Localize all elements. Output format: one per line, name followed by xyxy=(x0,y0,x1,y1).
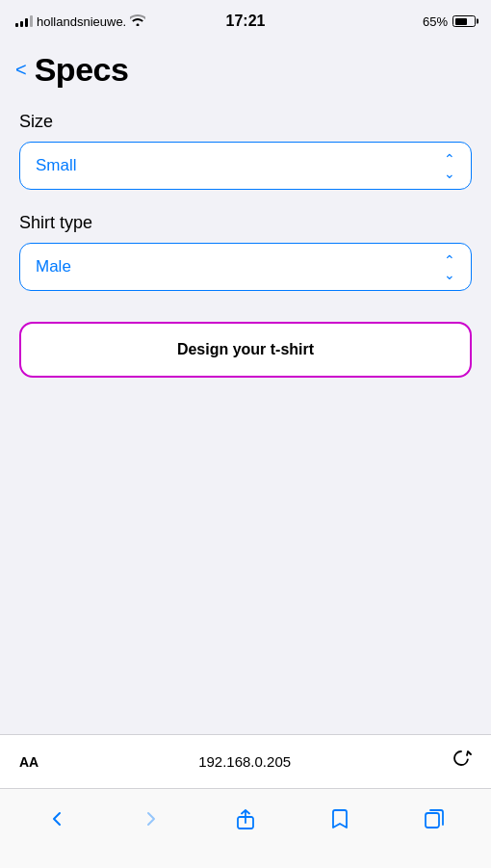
shirt-type-section: Shirt type Male ⌃ ⌄ xyxy=(19,213,472,291)
url-aa-button[interactable]: AA xyxy=(19,754,39,770)
battery-icon xyxy=(452,15,476,27)
battery-percentage: 65% xyxy=(423,14,448,29)
chevron-updown-icon: ⌃ ⌄ xyxy=(444,152,455,180)
shirt-type-select[interactable]: Male ⌃ ⌄ xyxy=(19,243,472,291)
design-tshirt-button[interactable]: Design your t-shirt xyxy=(19,322,472,378)
nav-header: < Specs xyxy=(0,42,491,96)
reload-icon[interactable] xyxy=(451,749,472,775)
status-time: 17:21 xyxy=(226,13,266,30)
back-nav-button[interactable] xyxy=(36,798,78,840)
size-section: Size Small ⌃ ⌄ xyxy=(19,112,472,190)
design-button-label: Design your t-shirt xyxy=(177,341,314,358)
bottom-nav xyxy=(0,788,491,868)
status-bar: hollandsnieuwe. 17:21 65% xyxy=(0,0,491,42)
back-button[interactable]: < xyxy=(15,59,27,81)
signal-icon xyxy=(15,15,33,27)
status-right: 65% xyxy=(423,14,476,29)
url-bar: AA 192.168.0.205 xyxy=(0,734,491,788)
carrier-label: hollandsnieuwe. xyxy=(37,14,126,29)
url-text[interactable]: 192.168.0.205 xyxy=(39,753,451,770)
main-content: Size Small ⌃ ⌄ Shirt type Male ⌃ ⌄ Desig… xyxy=(0,96,491,734)
svg-rect-1 xyxy=(426,813,439,828)
size-value: Small xyxy=(36,156,444,175)
chevron-updown-icon-2: ⌃ ⌄ xyxy=(444,253,455,281)
shirt-type-label: Shirt type xyxy=(19,213,472,233)
share-button[interactable] xyxy=(224,798,267,840)
size-label: Size xyxy=(19,112,472,132)
bookmarks-button[interactable] xyxy=(319,798,361,840)
page-title: Specs xyxy=(35,51,129,89)
shirt-type-value: Male xyxy=(36,257,444,276)
size-select[interactable]: Small ⌃ ⌄ xyxy=(19,142,472,190)
wifi-icon xyxy=(130,13,145,29)
tabs-button[interactable] xyxy=(413,798,455,840)
forward-nav-button[interactable] xyxy=(130,798,172,840)
status-left: hollandsnieuwe. xyxy=(15,13,145,29)
